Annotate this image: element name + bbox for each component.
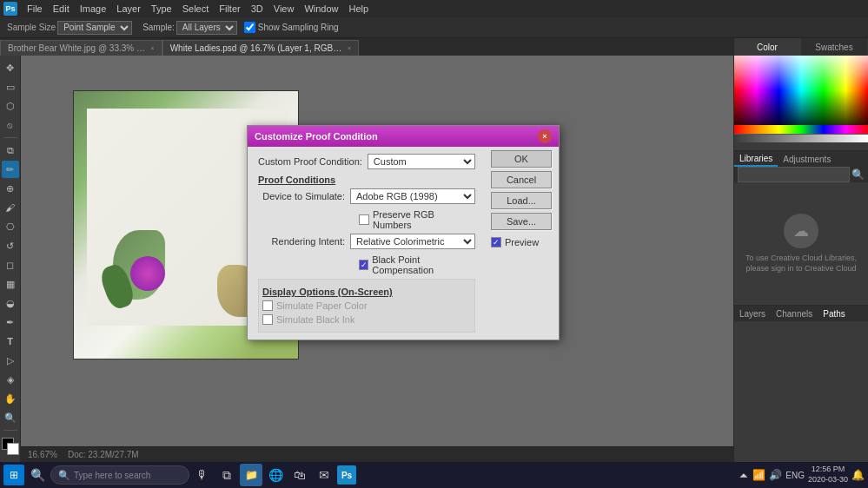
libraries-panel-tab[interactable]: Libraries [734,151,778,167]
menu-select[interactable]: Select [178,3,214,15]
tab-0[interactable]: Brother Bear White.jpg @ 33.3% (RGB/8/Ad… [0,40,162,56]
windows-start-button[interactable]: ⊞ [3,465,24,485]
tool-separator-2 [3,430,17,431]
sample-size-select[interactable]: Point Sample [57,21,132,35]
menu-edit[interactable]: Edit [49,3,74,15]
color-swatches[interactable] [2,438,19,455]
tabs-bar: Brother Bear White.jpg @ 33.3% (RGB/8/Ad… [0,38,733,56]
cancel-button[interactable]: Cancel [491,171,552,188]
tab-1[interactable]: White Ladies.psd @ 16.7% (Layer 1, RGB/8… [162,40,360,56]
menu-file[interactable]: File [23,3,47,15]
magic-wand-tool[interactable]: ⍉ [2,116,19,134]
eyedropper-tool[interactable]: ✏ [2,161,19,178]
color-gradient [734,56,868,125]
menu-type[interactable]: Type [147,3,176,15]
adjustments-panel-tab[interactable]: Adjustments [778,151,836,167]
taskbar-edge[interactable]: 🌐 [264,464,287,486]
tray-notification[interactable]: 🔔 [851,469,865,481]
text-tool[interactable]: T [2,333,19,350]
sampling-ring-check[interactable]: Show Sampling Ring [244,22,339,33]
background-color[interactable] [7,443,19,455]
tray-network[interactable]: 📶 [752,469,765,481]
search-icon: 🔍 [58,470,70,481]
tab-0-close[interactable]: × [150,44,155,52]
menu-3d[interactable]: 3D [247,3,268,15]
hand-tool[interactable]: ✋ [2,390,19,407]
move-tool[interactable]: ✥ [2,59,19,76]
color-tab[interactable]: Color [734,38,801,56]
opacity-bar[interactable] [734,134,868,142]
paths-tab[interactable]: Paths [818,306,851,321]
layers-panel: Layers Channels Paths [734,306,868,462]
libraries-search[interactable] [738,167,850,182]
healing-tool[interactable]: ⊕ [2,180,19,197]
rendering-intent-select[interactable]: Relative Colorimetric [350,234,475,249]
taskbar-search[interactable]: 🔍 Type here to search [50,465,189,485]
dialog-body: Custom Proof Condition: Custom Proof Con… [248,147,559,340]
custom-proof-condition-label: Custom Proof Condition: [258,156,362,167]
taskbar-ps[interactable]: Ps [337,465,356,485]
custom-proof-row: Custom Proof Condition: Custom [258,154,475,169]
tray-arrow[interactable]: ⏶ [739,469,749,481]
taskbar-mail[interactable]: ✉ [313,464,335,486]
save-button[interactable]: Save... [491,213,552,230]
device-simulate-select[interactable]: Adobe RGB (1998) [350,188,475,204]
brush-tool[interactable]: 🖌 [2,199,19,216]
toolbar: Sample Size Point Sample Sample: All Lay… [0,17,868,38]
tab-1-close[interactable]: × [348,44,352,52]
ok-button[interactable]: OK [491,150,552,168]
menu-image[interactable]: Image [76,3,111,15]
layers-tab[interactable]: Layers [734,306,771,321]
taskbar-explorer[interactable]: 📁 [240,464,262,486]
simulate-paper-label: Simulate Paper Color [276,300,368,311]
history-tool[interactable]: ↺ [2,237,19,254]
libraries-content: ☁ To use Creative Cloud Libraries, pleas… [734,182,868,305]
path-select-tool[interactable]: ▷ [2,352,19,369]
sample-select[interactable]: All Layers [176,21,237,35]
taskbar-store[interactable]: 🛍 [288,464,311,486]
color-gradient-overlay [734,56,868,125]
libraries-panel: Libraries Adjustments 🔍 ☁ To use Creativ… [734,151,868,306]
preview-checkbox[interactable]: ✓ [491,237,501,247]
tray-time: 12:56 PM 2020-03-30 [808,465,848,485]
swatches-tab[interactable]: Swatches [801,38,868,56]
menu-help[interactable]: Help [345,3,374,15]
menu-layer[interactable]: Layer [112,3,145,15]
marquee-tool[interactable]: ▭ [2,78,19,96]
bottom-panel-tabs: Layers Channels Paths [734,306,868,321]
sampling-ring-checkbox[interactable] [244,22,255,33]
shape-tool[interactable]: ◈ [2,371,19,388]
simulate-ink-checkbox[interactable] [262,314,273,325]
dialog-close-btn[interactable]: × [538,129,552,143]
crop-tool[interactable]: ⧉ [2,142,19,159]
menu-view[interactable]: View [269,3,299,15]
preserve-rgb-checkbox[interactable] [359,214,369,225]
taskbar-multitask[interactable]: ⧉ [215,464,238,486]
dodge-tool[interactable]: ◒ [2,294,19,312]
simulate-ink-row: Simulate Black Ink [262,314,471,325]
tool-separator-1 [3,137,17,138]
black-point-checkbox[interactable]: ✓ [359,260,368,270]
menu-filter[interactable]: Filter [215,3,244,15]
preserve-rgb-label: Preserve RGB Numbers [373,209,475,230]
eraser-tool[interactable]: ◻ [2,256,19,274]
tab-0-label: Brother Bear White.jpg @ 33.3% (RGB/8/Ad… [8,43,147,53]
zoom-tool[interactable]: 🔍 [2,409,19,426]
preserve-rgb-row: Preserve RGB Numbers [258,209,475,230]
taskbar-search-btn[interactable]: 🔍 [26,464,49,486]
device-simulate-row: Device to Simulate: Adobe RGB (1998) [258,188,475,204]
lasso-tool[interactable]: ⬡ [2,97,19,115]
hue-bar[interactable] [734,125,868,134]
preview-row: ✓ Preview [491,237,552,247]
channels-tab[interactable]: Channels [771,306,818,321]
tray-lang: ENG [785,471,805,480]
menu-window[interactable]: Window [300,3,342,15]
simulate-paper-checkbox[interactable] [262,300,273,311]
gradient-tool[interactable]: ▦ [2,275,19,293]
load-button[interactable]: Load... [491,192,552,209]
stamp-tool[interactable]: ⎔ [2,218,19,235]
taskbar-cortana[interactable]: 🎙 [191,464,214,486]
tray-volume[interactable]: 🔊 [769,469,782,481]
pen-tool[interactable]: ✒ [2,313,19,331]
custom-proof-condition-select[interactable]: Custom [368,154,475,169]
